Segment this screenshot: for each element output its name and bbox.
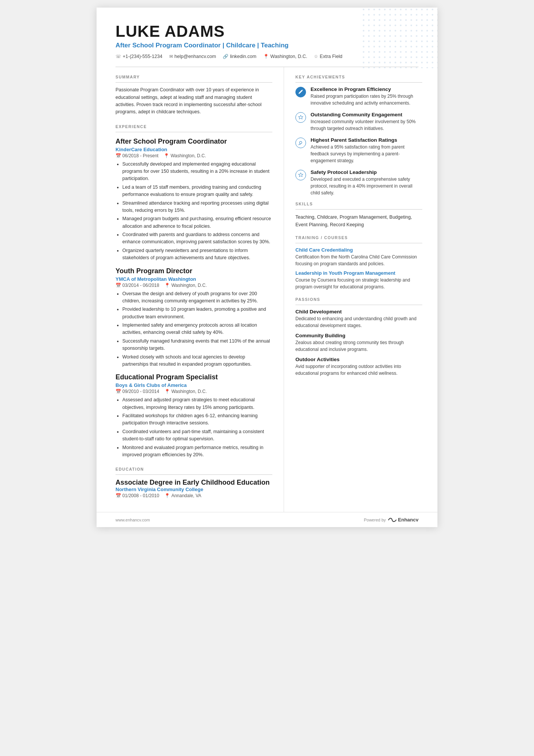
achievement-icon-4: [295, 170, 306, 180]
edu-date-1: 📅 01/2008 - 01/2010: [116, 493, 159, 498]
achievement-text-2: Increased community volunteer involvemen…: [311, 118, 422, 132]
job-location-1: 📍 Washington, D.C.: [164, 153, 206, 158]
footer-powered-by: Powered by Enhancv: [364, 517, 418, 523]
employer-1: KinderCare Education: [116, 147, 272, 152]
job-title-3: Educational Program Specialist: [116, 373, 272, 381]
edu-meta-1: 📅 01/2008 - 01/2010 📍 Annandale, VA: [116, 493, 272, 498]
job-meta-1: 📅 06/2018 - Present 📍 Washington, D.C.: [116, 153, 272, 158]
achievement-item-3: Highest Parent Satisfaction Ratings Achi…: [295, 137, 422, 164]
edu-degree-1: Associate Degree in Early Childhood Educ…: [116, 479, 272, 487]
employer-2: YMCA of Metropolitan Washington: [116, 276, 272, 282]
summary-label: SUMMARY: [116, 75, 272, 79]
employer-3: Boys & Girls Clubs of America: [116, 382, 272, 388]
achievement-text-3: Achieved a 95% satisfaction rating from …: [311, 144, 422, 164]
passion-text-3: Avid supporter of incorporating outdoor …: [295, 363, 422, 377]
list-item: Assessed and adjusted program strategies…: [122, 396, 272, 411]
education-label: EDUCATION: [116, 467, 272, 471]
pin-icon-3: 📍: [164, 389, 170, 394]
job-meta-2: 📅 03/2014 - 06/2018 📍 Washington, D.C.: [116, 283, 272, 288]
list-item: Worked closely with schools and local ag…: [122, 354, 272, 368]
link-icon: 🔗: [223, 54, 228, 59]
job-date-2: 📅 03/2014 - 06/2018: [116, 283, 159, 288]
footer-url: www.enhancv.com: [116, 518, 150, 522]
contact-location: 📍 Washington, D.C.: [263, 54, 308, 59]
achievement-text-4: Developed and executed a comprehensive s…: [311, 176, 422, 196]
edu-location-1: 📍 Annandale, VA: [164, 493, 201, 498]
achievement-content-1: Excellence in Program Efficiency Raised …: [311, 86, 422, 106]
list-item: Managed program budgets and purchasing, …: [122, 215, 272, 230]
edu-school-1: Northern Virginia Community College: [116, 487, 272, 492]
svg-point-2: [300, 141, 302, 144]
course-text-2: Course by Coursera focusing on strategic…: [295, 277, 422, 290]
list-item: Oversaw the design and delivery of youth…: [122, 290, 272, 305]
email-icon: ✉: [169, 54, 173, 59]
achievement-icon-3: [295, 138, 306, 148]
achievement-content-4: Safety Protocol Leadership Developed and…: [311, 169, 422, 196]
list-item: Successfully managed fundraising events …: [122, 338, 272, 352]
job-bullets-1: Successfully developed and implemented e…: [116, 161, 272, 262]
resume-page: LUKE ADAMS After School Program Coordina…: [97, 8, 437, 527]
list-item: Led a team of 15 staff members, providin…: [122, 184, 272, 199]
contact-phone: ☏ +1-(234)-555-1234: [116, 54, 162, 59]
contact-extra: ☆ Extra Field: [314, 54, 342, 59]
summary-divider: [116, 82, 272, 83]
passions-divider: [295, 305, 422, 305]
list-item: Successfully developed and implemented e…: [122, 161, 272, 183]
job-bullets-2: Oversaw the design and delivery of youth…: [116, 290, 272, 368]
education-divider: [116, 474, 272, 475]
achievement-icon-2: [295, 112, 306, 123]
header-section: LUKE ADAMS After School Program Coordina…: [97, 8, 437, 67]
achievement-content-2: Outstanding Community Engagement Increas…: [311, 112, 422, 132]
passions-label: PASSIONS: [295, 297, 422, 302]
job-date-3: 📅 09/2010 - 03/2014: [116, 389, 159, 394]
job-bullets-3: Assessed and adjusted program strategies…: [116, 396, 272, 459]
passion-heading-2: Community Building: [295, 333, 422, 338]
achievements-label: KEY ACHIEVEMENTS: [295, 75, 422, 79]
achievements-divider: [295, 82, 422, 83]
list-item: Streamlined attendance tracking and repo…: [122, 200, 272, 214]
list-item: Facilitated workshops for children ages …: [122, 412, 272, 427]
skills-label: SKILLS: [295, 202, 422, 206]
experience-label: EXPERIENCE: [116, 124, 272, 129]
job-location-2: 📍 Washington, D.C.: [164, 283, 207, 288]
left-column: SUMMARY Passionate Program Coordinator w…: [97, 67, 284, 512]
training-divider: [295, 243, 422, 243]
achievement-icon-1: [295, 87, 306, 97]
location-icon: 📍: [263, 54, 269, 59]
achievement-heading-3: Highest Parent Satisfaction Ratings: [311, 137, 422, 143]
list-item: Monitored and evaluated program performa…: [122, 444, 272, 459]
achievement-heading-1: Excellence in Program Efficiency: [311, 86, 422, 92]
list-item: Coordinated with parents and guardians t…: [122, 231, 272, 246]
phone-icon: ☏: [116, 54, 121, 59]
pin-icon-1: 📍: [164, 153, 169, 158]
job-title-2: Youth Program Director: [116, 267, 272, 275]
star-icon-header: ☆: [314, 54, 318, 59]
body-columns: SUMMARY Passionate Program Coordinator w…: [97, 67, 437, 512]
contact-bar: ☏ +1-(234)-555-1234 ✉ help@enhancv.com 🔗…: [116, 54, 418, 59]
list-item: Provided leadership to 10 program leader…: [122, 306, 272, 321]
achievement-heading-2: Outstanding Community Engagement: [311, 112, 422, 117]
list-item: Coordinated volunteers and part-time sta…: [122, 428, 272, 443]
calendar-icon-3: 📅: [116, 389, 121, 394]
full-name: LUKE ADAMS: [116, 23, 418, 40]
passion-text-1: Dedicated to enhancing and understanding…: [295, 315, 422, 329]
achievement-text-1: Raised program participation rates by 25…: [311, 93, 422, 106]
list-item: Implemented safety and emergency protoco…: [122, 322, 272, 337]
skills-text: Teaching, Childcare, Program Management,…: [295, 213, 422, 229]
course-title-1: Child Care Credentialing: [295, 247, 422, 253]
course-text-1: Certification from the North Carolina Ch…: [295, 254, 422, 267]
course-title-2: Leadership in Youth Program Management: [295, 270, 422, 276]
passion-heading-3: Outdoor Activities: [295, 357, 422, 362]
calendar-icon-1: 📅: [116, 153, 121, 158]
enhancv-logo: Enhancv: [388, 517, 418, 523]
calendar-icon-edu: 📅: [116, 493, 121, 498]
footer: www.enhancv.com Powered by Enhancv: [97, 512, 437, 527]
job-title-header: After School Program Coordinator | Child…: [116, 42, 418, 49]
job-date-1: 📅 06/2018 - Present: [116, 153, 158, 158]
job-location-3: 📍 Washington, D.C.: [164, 389, 207, 394]
calendar-icon-2: 📅: [116, 283, 121, 288]
passion-text-2: Zealous about creating strong community …: [295, 339, 422, 353]
pin-icon-2: 📍: [164, 283, 170, 288]
list-item: Organized quarterly newsletters and pres…: [122, 247, 272, 262]
job-meta-3: 📅 09/2010 - 03/2014 📍 Washington, D.C.: [116, 389, 272, 394]
